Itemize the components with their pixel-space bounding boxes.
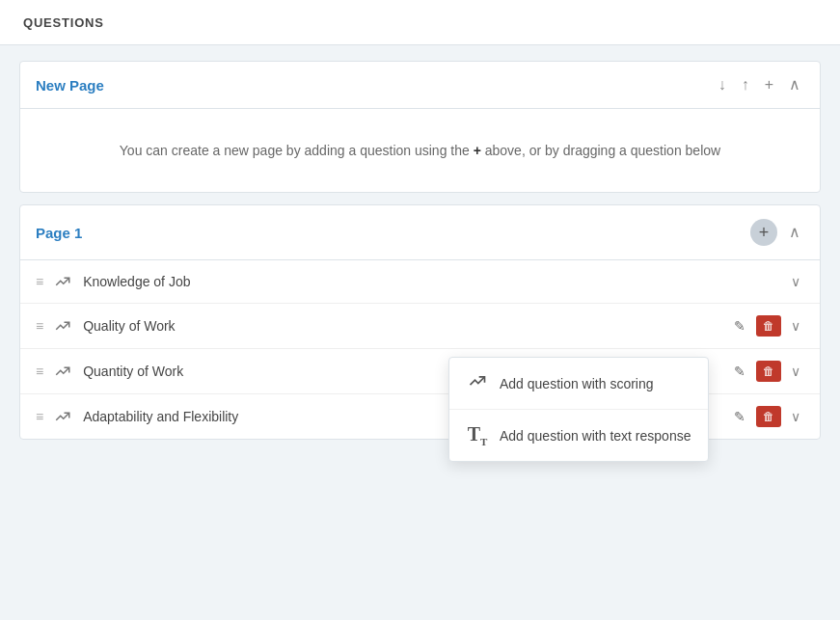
new-page-body-text2: above, or by dragging a question below xyxy=(485,143,720,158)
question-delete-btn[interactable]: 🗑 xyxy=(756,315,781,337)
add-text-label: Add question with text response xyxy=(500,428,691,444)
question-label: Knowledge of Job xyxy=(83,274,775,289)
questions-title: QUESTIONS xyxy=(23,15,104,30)
new-page-body-text1: You can create a new page by adding a qu… xyxy=(120,143,470,158)
new-page-add-btn[interactable]: + xyxy=(761,75,777,94)
trending-up-svg xyxy=(54,408,71,425)
new-page-card: New Page ↓ ↑ + ∧ You can create a new pa… xyxy=(19,61,821,193)
content-area: New Page ↓ ↑ + ∧ You can create a new pa… xyxy=(0,45,840,455)
row-actions: ✎ 🗑 ∨ xyxy=(729,361,804,382)
scoring-icon-3 xyxy=(54,363,71,380)
question-edit-btn[interactable]: ✎ xyxy=(729,361,750,382)
new-page-body-plus: + xyxy=(474,143,481,158)
page1-header: Page 1 + ∧ xyxy=(20,205,820,260)
question-row-expand-btn[interactable]: ∨ xyxy=(787,272,804,291)
question-row-expand-btn[interactable]: ∨ xyxy=(787,316,804,336)
new-page-title: New Page xyxy=(36,77,715,94)
add-question-dropdown: Add question with scoring TT Add questio… xyxy=(448,357,709,462)
drag-handle-icon[interactable]: ≡ xyxy=(36,275,42,288)
new-page-move-down-btn[interactable]: ↓ xyxy=(715,75,730,94)
question-row-expand-btn[interactable]: ∨ xyxy=(787,362,804,381)
question-row: ≡ Knowledge of Job ∨ xyxy=(20,260,820,304)
drag-handle-icon[interactable]: ≡ xyxy=(36,319,42,333)
question-label: Quality of Work xyxy=(83,318,718,334)
main-container: QUESTIONS New Page ↓ ↑ + ∧ You can creat… xyxy=(0,0,840,620)
question-row: ≡ Quality of Work ✎ 🗑 ∨ xyxy=(20,304,820,349)
text-fields-dropdown-icon: TT xyxy=(467,423,488,447)
question-delete-btn[interactable]: 🗑 xyxy=(756,361,781,382)
trending-up-svg xyxy=(54,273,71,290)
question-edit-btn[interactable]: ✎ xyxy=(729,315,750,337)
new-page-body: You can create a new page by adding a qu… xyxy=(20,109,820,192)
question-row-expand-btn[interactable]: ∨ xyxy=(787,407,804,426)
add-scoring-label: Add question with scoring xyxy=(500,376,654,391)
scoring-icon-1 xyxy=(54,273,71,290)
question-delete-btn[interactable]: 🗑 xyxy=(756,406,781,427)
scoring-icon-4 xyxy=(54,408,71,425)
add-scoring-item[interactable]: Add question with scoring xyxy=(449,358,708,410)
row-actions: ∨ xyxy=(787,272,804,291)
row-actions: ✎ 🗑 ∨ xyxy=(729,406,804,427)
page1-actions: + ∧ xyxy=(750,219,804,246)
page1-collapse-btn[interactable]: ∧ xyxy=(785,223,804,242)
new-page-actions: ↓ ↑ + ∧ xyxy=(715,75,804,94)
question-edit-btn[interactable]: ✎ xyxy=(729,406,750,427)
add-text-item[interactable]: TT Add question with text response xyxy=(449,410,708,461)
new-page-collapse-btn[interactable]: ∧ xyxy=(785,75,804,94)
page1-add-btn[interactable]: + xyxy=(750,219,777,246)
new-page-move-up-btn[interactable]: ↑ xyxy=(738,75,753,94)
scoring-icon-2 xyxy=(54,317,71,335)
trending-up-svg xyxy=(54,363,71,380)
drag-handle-icon[interactable]: ≡ xyxy=(36,410,42,423)
drag-handle-icon[interactable]: ≡ xyxy=(36,364,42,378)
page1-title: Page 1 xyxy=(36,225,750,241)
trending-up-dropdown-icon xyxy=(467,371,488,395)
trending-up-svg xyxy=(54,317,71,335)
row-actions: ✎ 🗑 ∨ xyxy=(729,315,804,337)
new-page-header: New Page ↓ ↑ + ∧ xyxy=(20,62,820,109)
questions-header: QUESTIONS xyxy=(0,0,840,45)
